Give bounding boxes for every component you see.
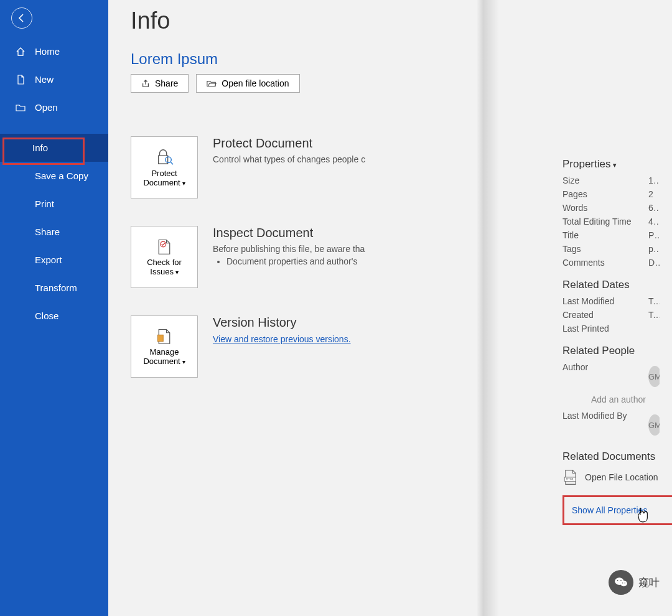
arrow-left-icon xyxy=(17,13,27,23)
related-documents-heading: Related Documents xyxy=(562,450,660,463)
prop-value[interactable]: Productize Deliverables xyxy=(648,230,660,240)
sidebar-item-label: Home xyxy=(35,46,60,57)
svg-point-2 xyxy=(161,241,166,247)
date-row: CreatedToday, 5:36 PM xyxy=(562,310,660,320)
folder-open-icon xyxy=(207,79,217,88)
properties-heading[interactable]: Properties xyxy=(562,158,660,170)
sidebar-item-label: Save a Copy xyxy=(35,170,88,181)
button-label: Manage Document xyxy=(135,347,194,366)
page-title: Info xyxy=(131,7,650,34)
home-icon xyxy=(15,47,26,57)
sidebar-item-open[interactable]: Open xyxy=(0,93,108,121)
version-history-link[interactable]: View and restore previous versions. xyxy=(213,334,351,344)
sidebar-item-info[interactable]: Info xyxy=(0,134,108,162)
back-button[interactable] xyxy=(11,7,32,29)
sidebar-item-label: Open xyxy=(35,102,58,113)
prop-key: Last Printed xyxy=(562,324,648,334)
protect-document-button[interactable]: Protect Document xyxy=(131,136,198,198)
lock-search-icon xyxy=(155,147,174,166)
properties-panel: Properties Size14.7KB Pages2 Words631 To… xyxy=(562,158,660,525)
add-author-link[interactable]: Add an author xyxy=(591,394,660,404)
prop-row: Size14.7KB xyxy=(562,175,660,185)
action-title: Inspect Document xyxy=(213,226,365,240)
sidebar-item-save-a-copy[interactable]: Save a Copy xyxy=(0,162,108,190)
button-label: Share xyxy=(155,78,178,88)
sidebar-item-close[interactable]: Close xyxy=(0,302,108,330)
sidebar-item-home[interactable]: Home xyxy=(0,37,108,65)
folder-icon xyxy=(15,103,26,113)
svg-line-1 xyxy=(170,162,173,164)
sidebar-item-print[interactable]: Print xyxy=(0,190,108,218)
prop-value xyxy=(648,324,660,334)
share-icon xyxy=(141,79,150,88)
action-title: Version History xyxy=(213,315,351,330)
sidebar-item-label: Export xyxy=(35,254,62,265)
sidebar-item-label: Print xyxy=(35,198,54,209)
button-label: Open file location xyxy=(222,78,289,88)
sidebar-item-label: Info xyxy=(32,142,48,153)
avatar[interactable]: GM xyxy=(648,366,660,387)
prop-value: 2 xyxy=(648,189,660,199)
sidebar-item-label: Transform xyxy=(35,282,77,293)
backstage-sidebar: Home New Open Info Save a Copy Print Sha… xyxy=(0,0,108,616)
share-button[interactable]: Share xyxy=(131,74,189,93)
action-bullet: Document properties and author's xyxy=(226,256,365,266)
date-row: Last Printed xyxy=(562,324,660,334)
button-label: Protect Document xyxy=(135,169,194,187)
svg-point-11 xyxy=(625,582,625,583)
prop-key: Pages xyxy=(562,189,648,199)
show-all-properties-highlight: Show All Properties xyxy=(562,495,672,525)
prop-key: Tags xyxy=(562,244,648,254)
avatar[interactable]: GM xyxy=(648,414,660,436)
prop-value[interactable]: Dragging the future into n… xyxy=(648,258,660,268)
svg-point-7 xyxy=(620,581,627,586)
svg-rect-3 xyxy=(158,335,164,342)
manage-document-button[interactable]: Manage Document xyxy=(131,315,198,378)
prop-value: Today, 5:40 PM xyxy=(648,296,660,306)
sidebar-item-export[interactable]: Export xyxy=(0,246,108,274)
prop-key: Total Editing Time xyxy=(562,217,648,226)
svg-point-10 xyxy=(622,582,623,583)
prop-key: Words xyxy=(562,203,648,213)
prop-key: Comments xyxy=(562,258,648,268)
date-row: Last ModifiedToday, 5:40 PM xyxy=(562,296,660,306)
prop-key: Title xyxy=(562,230,648,240)
prop-value: Today, 5:36 PM xyxy=(648,310,660,320)
sidebar-item-label: Close xyxy=(35,310,58,321)
show-all-properties-link[interactable]: Show All Properties xyxy=(572,505,647,515)
main-panel: Info Lorem Ipsum Share Open file locatio… xyxy=(108,0,672,616)
sidebar-item-share[interactable]: Share xyxy=(0,218,108,246)
prop-row: Words631 xyxy=(562,203,660,213)
related-people-heading: Related People xyxy=(562,345,660,357)
author-label: Author xyxy=(562,362,648,391)
watermark: 窥叶 xyxy=(609,570,660,595)
sidebar-item-label: Share xyxy=(35,226,60,237)
button-label: Check for Issues xyxy=(135,258,194,276)
sidebar-item-new[interactable]: New xyxy=(0,65,108,93)
check-for-issues-button[interactable]: Check for Issues xyxy=(131,226,198,288)
action-description: Before publishing this file, be aware th… xyxy=(213,244,365,254)
action-description: Control what types of changes people c xyxy=(213,154,365,164)
manage-doc-icon xyxy=(156,327,173,345)
open-file-location-button[interactable]: Open file location xyxy=(196,74,299,93)
html-file-icon: HTML xyxy=(562,469,579,485)
svg-point-8 xyxy=(617,580,618,581)
prop-value: 4 Minutes xyxy=(648,217,660,226)
wechat-icon xyxy=(609,570,633,595)
prop-row: Total Editing Time4 Minutes xyxy=(562,217,660,226)
inspect-icon xyxy=(156,238,173,255)
prop-row: CommentsDragging the future into n… xyxy=(562,258,660,268)
prop-key: Created xyxy=(562,310,648,320)
document-title: Lorem Ipsum xyxy=(131,50,650,68)
action-title: Protect Document xyxy=(213,136,365,151)
watermark-text: 窥叶 xyxy=(638,576,660,590)
sidebar-item-transform[interactable]: Transform xyxy=(0,274,108,302)
file-icon xyxy=(15,75,26,85)
prop-row: TitleProductize Deliverables xyxy=(562,230,660,240)
prop-value[interactable]: product, deliverables, opti… xyxy=(648,244,660,254)
prop-row: Tagsproduct, deliverables, opti… xyxy=(562,244,660,254)
open-file-location-link[interactable]: HTML Open File Location xyxy=(562,469,660,485)
link-label: Open File Location xyxy=(585,472,658,482)
sidebar-item-label: New xyxy=(35,74,54,85)
prop-value: 14.7KB xyxy=(648,175,660,185)
